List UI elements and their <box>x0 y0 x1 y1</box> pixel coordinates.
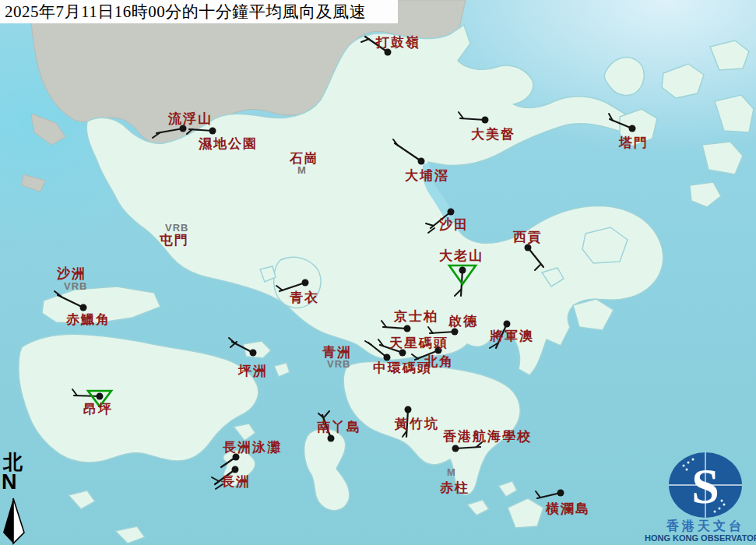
station-label: 京士柏 <box>394 310 438 323</box>
station-dot <box>452 329 459 336</box>
station-label: 打鼓嶺 <box>376 36 420 49</box>
hko-logo-name-en: HONG KONG OBSERVATORY <box>645 534 756 543</box>
station-label: 沙洲 <box>57 267 86 280</box>
station-dot <box>459 267 466 274</box>
station-dot <box>452 445 459 452</box>
station-label: 青洲 <box>322 346 352 359</box>
station-label: 青衣 <box>290 291 319 304</box>
station-dot <box>482 117 489 124</box>
station-aux-label: VRB <box>327 359 350 369</box>
station-label: 大老山 <box>439 249 483 262</box>
station-label: 啟德 <box>448 315 478 328</box>
station-dot <box>328 435 335 442</box>
hko-logo-icon: S <box>669 452 742 518</box>
station-label: 沙田 <box>439 218 469 231</box>
station-label: 中環碼頭 <box>373 361 432 374</box>
station-dot <box>80 304 87 311</box>
compass-north-cn: 北 <box>3 452 23 472</box>
station-label: 長洲泳灘 <box>223 441 282 454</box>
station-label: 橫瀾島 <box>546 502 590 515</box>
station-label: 香港航海學校 <box>443 430 532 443</box>
station-dot <box>97 393 104 400</box>
station-label: 西貢 <box>513 230 543 244</box>
station-label: 流浮山 <box>168 112 213 125</box>
station-aux-label: VRB <box>165 223 188 233</box>
station-label: 南丫島 <box>317 420 361 434</box>
station-dot <box>302 280 309 287</box>
station-aux-label: M <box>447 467 456 477</box>
compass-north-letter: N <box>2 472 17 493</box>
station-aux-label: M <box>297 165 307 175</box>
station-label: 天星碼頭 <box>389 336 448 350</box>
station-label: 濕地公園 <box>199 137 258 150</box>
station-dot <box>557 490 564 497</box>
hong-kong-map: S <box>0 0 756 545</box>
station-label: 赤鱲角 <box>66 313 111 326</box>
station-dot <box>504 321 511 328</box>
station-dot <box>250 350 257 357</box>
station-dot <box>418 158 425 165</box>
map-title: 2025年7月11日16時00分的十分鐘平均風向及風速 <box>0 0 398 23</box>
station-label: 塔門 <box>619 136 649 149</box>
station-label: 石崗 <box>290 152 319 165</box>
station-dot <box>209 128 216 135</box>
station-dot <box>629 125 636 132</box>
station-dot <box>405 406 412 413</box>
station-label: 北角 <box>424 355 454 368</box>
station-aux-label: VRB <box>64 281 87 291</box>
station-label: 赤柱 <box>440 481 469 494</box>
station-label: 坪洲 <box>238 364 268 378</box>
station-dot <box>404 325 411 332</box>
station-label: 大埔滘 <box>405 169 449 182</box>
wind-barb-feather <box>325 411 329 417</box>
wind-map-canvas: S 打鼓嶺流浮山濕地公園石崗M大美督塔門大埔滘沙田西貢大老山屯門VRB沙洲VRB… <box>0 0 756 545</box>
wind-barb-feather <box>536 491 540 498</box>
station-label: 將軍澳 <box>490 329 534 343</box>
compass-needle-icon <box>3 498 24 543</box>
wind-barb-feather <box>212 477 219 481</box>
hko-logo-name-cn: 香港天文台 <box>646 520 756 533</box>
station-dot <box>232 466 239 473</box>
station-label: 昂坪 <box>83 403 113 416</box>
station-dot <box>448 209 455 216</box>
station-label: 長洲 <box>221 475 251 488</box>
station-label: 屯門 <box>160 234 189 247</box>
station-label: 大美督 <box>471 128 515 141</box>
station-label: 黃竹坑 <box>395 417 439 431</box>
station-dot <box>525 244 532 251</box>
logo-swirl: S <box>691 459 719 514</box>
